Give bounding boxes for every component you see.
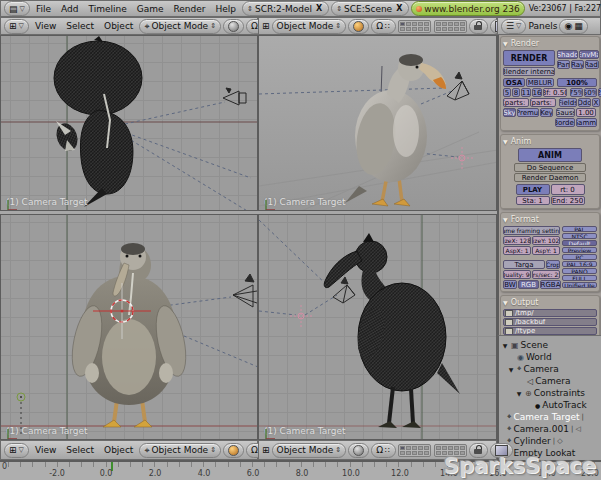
filetype-dropdown[interactable]: Targa: [503, 260, 545, 269]
odd-toggle[interactable]: Odd: [578, 98, 591, 107]
menu-add[interactable]: Add: [57, 4, 82, 14]
osa-5-button[interactable]: 5: [503, 88, 511, 97]
framerate-field[interactable]: Frs/sec: 25: [532, 270, 560, 279]
viewport-bottom-left[interactable]: (1) Camera Target: [0, 214, 258, 440]
camera-target-empty[interactable]: [290, 305, 312, 327]
scene-browse-icon[interactable]: ⇕: [336, 5, 342, 13]
osa-8-button[interactable]: 8: [512, 88, 520, 97]
rgb-toggle[interactable]: RGB: [518, 280, 539, 289]
layer-buttons[interactable]: [398, 20, 467, 33]
sky-toggle[interactable]: Sky: [503, 108, 516, 117]
camera-object[interactable]: [233, 274, 257, 307]
size-75-button[interactable]: 75%: [570, 88, 583, 97]
render-button[interactable]: RENDER: [503, 50, 555, 66]
folder-icon[interactable]: [505, 310, 513, 317]
layer-group-1[interactable]: [398, 444, 431, 457]
menu-view[interactable]: View: [31, 21, 60, 31]
mode-dropdown[interactable]: Object Mode ⇕: [272, 443, 347, 458]
draw-type-button[interactable]: [223, 19, 244, 34]
buttons-window-type[interactable]: ☰ ▽: [501, 19, 526, 34]
layer-group-1[interactable]: [398, 20, 431, 33]
menu-object[interactable]: Object: [100, 445, 137, 455]
play-button[interactable]: PLAY: [516, 184, 550, 195]
screen-close-button[interactable]: X: [314, 4, 324, 13]
size-100-button[interactable]: 100%: [557, 78, 597, 87]
draw-type-button[interactable]: [348, 19, 369, 34]
render-engine-dropdown[interactable]: Blender internal: [503, 67, 555, 76]
framing-dropdown[interactable]: Game framing settings: [503, 226, 560, 235]
camera-object[interactable]: [447, 72, 469, 100]
bw-toggle[interactable]: BW: [503, 280, 517, 289]
format-panel-header[interactable]: ▼ Format: [503, 215, 597, 224]
radio-toggle[interactable]: Radi: [585, 60, 599, 69]
start-frame-field[interactable]: Sta: 1: [516, 196, 550, 205]
rgba-toggle[interactable]: RGBA: [540, 280, 561, 289]
mode-dropdown[interactable]: ⌖ Object Mode ⇕: [139, 19, 221, 34]
xparts-field[interactable]: Xparts: 1: [503, 98, 529, 107]
gamma-toggle[interactable]: Gamma: [576, 118, 597, 127]
menu-game[interactable]: Game: [133, 4, 168, 14]
mode-dropdown[interactable]: ⌖ Object Mode ⇕: [139, 443, 221, 458]
osa-toggle[interactable]: OSA: [503, 78, 525, 87]
menu-select[interactable]: Select: [62, 445, 98, 455]
outliner-row-autotrack[interactable]: ● AutoTrack: [499, 399, 601, 411]
bird-mesh-front[interactable]: [67, 243, 191, 427]
filter-size-field[interactable]: 1.00: [576, 108, 596, 117]
outliner-row-camera-target[interactable]: ⌖ Camera Target |: [499, 411, 601, 423]
bird-mesh-wireframe-side[interactable]: [324, 233, 460, 428]
output-panel-header[interactable]: ▼ Output: [503, 298, 597, 307]
preset-unified[interactable]: Unified Re: [562, 282, 597, 288]
sizex-field[interactable]: SizeX: 1280: [503, 236, 531, 245]
ray-toggle[interactable]: Ray: [571, 60, 584, 69]
outliner-row-world[interactable]: ◉ World: [499, 351, 601, 363]
mblur-toggle[interactable]: MBLUR: [526, 78, 554, 87]
bird-mesh-shaded[interactable]: [345, 54, 446, 206]
ftype-path-field[interactable]: /ftype: [503, 327, 597, 335]
viewport-bottom-right[interactable]: (1) Camera Target: [258, 214, 497, 440]
folder-icon[interactable]: [505, 328, 513, 335]
viewport-top-left[interactable]: (1) Camera Target: [0, 35, 258, 211]
menu-view[interactable]: View: [31, 445, 60, 455]
shadow-toggle[interactable]: Shado: [557, 50, 578, 59]
viewport-top-right[interactable]: (1) Camera Target: [258, 35, 497, 211]
expand-arrow-icon[interactable]: ▼: [507, 366, 515, 373]
yparts-field[interactable]: Yparts: 1: [530, 98, 556, 107]
backbuf-path-field[interactable]: /backbuf: [503, 318, 597, 326]
3d-view-icon[interactable]: ⊞: [262, 21, 270, 31]
premul-toggle[interactable]: Premul: [517, 108, 539, 117]
screen-browse-icon[interactable]: ⇕: [247, 5, 253, 13]
envmap-toggle[interactable]: EnvMa: [579, 50, 599, 59]
osa-16-button[interactable]: 16: [532, 88, 542, 97]
menu-help[interactable]: Help: [212, 4, 241, 14]
scene-close-button[interactable]: X: [394, 4, 404, 13]
preset-preview[interactable]: Preview: [562, 247, 597, 253]
screen-selector[interactable]: ⇕ SCR:2-Model X: [242, 1, 329, 16]
pano-toggle[interactable]: Pan: [557, 60, 570, 69]
osa-11-button[interactable]: 11: [521, 88, 531, 97]
menu-timeline[interactable]: Timeline: [84, 4, 130, 14]
output-path-field[interactable]: /tmp/: [503, 309, 597, 317]
outliner-row-constraints[interactable]: ▼ ⊕ Constraints: [499, 387, 601, 399]
preset-pal169[interactable]: PAL 16:9: [562, 261, 597, 267]
fields-x-toggle[interactable]: X: [592, 98, 600, 107]
preset-pal[interactable]: PAL: [562, 226, 597, 232]
preset-ntsc[interactable]: NTSC: [562, 233, 597, 239]
filter-dropdown[interactable]: Gauss: [556, 108, 575, 117]
menu-object[interactable]: Object: [100, 21, 137, 31]
key-toggle[interactable]: Key: [540, 108, 553, 117]
anim-panel-header[interactable]: ▼ Anim: [503, 137, 597, 146]
rt-field[interactable]: rt: 0: [551, 184, 585, 195]
outliner-row-scene[interactable]: ▼ ▣ Scene: [499, 339, 601, 351]
3d-view-icon[interactable]: ⊞: [262, 445, 270, 455]
window-type-button[interactable]: ▤ ▽: [4, 1, 30, 16]
outliner-row-cylinder[interactable]: ⌖ Cylinder | ◇: [499, 435, 601, 447]
blur-factor-field[interactable]: Bf: 0.50: [543, 88, 567, 97]
expand-arrow-icon[interactable]: ▼: [501, 342, 509, 349]
fields-toggle[interactable]: Fields: [559, 98, 577, 107]
draw-type-button[interactable]: [348, 443, 369, 458]
menu-file[interactable]: File: [32, 4, 55, 14]
expand-arrow-icon[interactable]: ▼: [515, 390, 523, 397]
mode-dropdown[interactable]: Object Mode ⇕: [272, 19, 347, 34]
preset-pano[interactable]: PANO: [562, 268, 597, 274]
sizey-field[interactable]: SizeY: 1024: [532, 236, 560, 245]
